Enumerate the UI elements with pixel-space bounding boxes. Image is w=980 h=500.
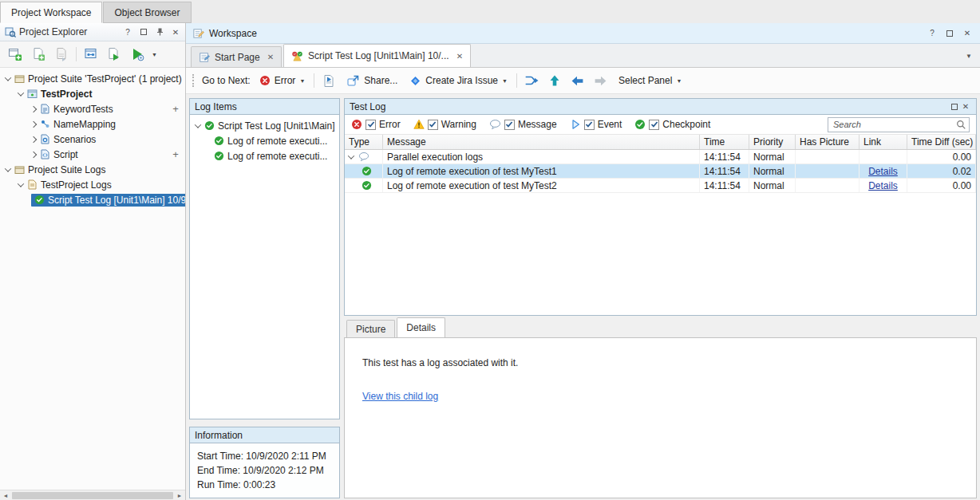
jump-to-source-button[interactable] [523, 72, 540, 89]
tree-item-scenarios[interactable]: Scenarios [0, 132, 185, 147]
type-cell [345, 179, 383, 192]
add-existing-item-button[interactable] [53, 45, 70, 63]
has-picture-cell [796, 150, 859, 163]
go-up-button[interactable] [546, 72, 563, 89]
tree-item-script[interactable]: Script + [0, 147, 185, 162]
main-area: Project Explorer ? ✕ [0, 23, 980, 500]
scroll-left-arrow[interactable]: ◄ [0, 493, 11, 498]
log-items-root[interactable]: Script Test Log [Unit1\Main] [190, 118, 339, 133]
log-items-child[interactable]: Log of remote executi... [190, 133, 339, 148]
column-header-type[interactable]: Type [345, 135, 383, 149]
log-toolbar: Go to Next: Error ▼ Share... Create Jira… [186, 68, 980, 94]
scroll-right-arrow[interactable]: ► [174, 493, 185, 498]
dropdown-caret: ▼ [676, 78, 682, 84]
start-page-icon [199, 52, 210, 63]
expander-icon[interactable] [195, 121, 201, 128]
close-button[interactable]: ✕ [960, 101, 971, 112]
table-row[interactable]: Log of remote execution of test MyTest2 … [345, 179, 976, 193]
test-log-header: Test Log ✕ [345, 99, 976, 115]
tab-start-page[interactable]: Start Page ✕ [191, 46, 282, 67]
filter-label: Error [379, 119, 401, 130]
column-header-message[interactable]: Message [383, 135, 700, 149]
tab-label: Picture [356, 324, 385, 335]
checkpoint-checkbox[interactable] [649, 120, 659, 130]
close-tab-icon[interactable]: ✕ [267, 53, 274, 61]
expander-icon[interactable] [5, 165, 11, 171]
column-header-time-diff[interactable]: Time Diff (sec) [907, 135, 976, 149]
add-keywordtest-button[interactable]: + [169, 103, 182, 115]
run-test-item-button[interactable] [105, 45, 123, 63]
column-header-priority[interactable]: Priority [749, 135, 796, 149]
expander-icon[interactable] [30, 151, 37, 157]
expander-icon[interactable] [18, 89, 24, 96]
add-project-suite-item-button[interactable] [6, 45, 24, 63]
close-button[interactable]: ✕ [961, 27, 974, 40]
table-row[interactable]: Parallel execution logs 14:11:54 Normal … [345, 150, 976, 164]
expander-icon[interactable] [30, 136, 37, 142]
time-diff-cell: 0.02 [907, 164, 976, 178]
column-header-time[interactable]: Time [700, 135, 749, 149]
go-to-next-error-button[interactable]: Error ▼ [256, 73, 309, 88]
expander-icon[interactable] [18, 180, 24, 187]
name-mapping-button[interactable] [82, 45, 100, 63]
add-new-item-button[interactable] [30, 45, 47, 63]
tree-item-project-suite-logs[interactable]: Project Suite Logs [0, 162, 185, 177]
test-log-icon [291, 50, 303, 62]
details-link[interactable]: Details [868, 180, 898, 191]
warning-checkbox[interactable] [428, 120, 438, 130]
time-cell: 14:11:54 [700, 164, 749, 178]
maximize-button[interactable] [137, 26, 150, 38]
tab-project-workspace[interactable]: Project Workspace [0, 2, 102, 23]
tree-item-script-test-log[interactable]: Script Test Log [Unit1\Main] 10/9 [0, 192, 185, 207]
select-panel-button[interactable]: Select Panel ▼ [615, 73, 685, 88]
share-icon [346, 74, 360, 88]
row-expander-icon[interactable] [348, 152, 354, 159]
add-script-button[interactable]: + [169, 148, 182, 160]
tab-details[interactable]: Details [397, 317, 445, 337]
close-button[interactable]: ✕ [169, 26, 182, 38]
go-forward-button[interactable] [592, 72, 610, 89]
toolbar-grip[interactable] [192, 74, 194, 87]
tab-list-caret[interactable]: ▼ [966, 53, 972, 60]
maximize-button[interactable] [949, 101, 960, 112]
pin-button[interactable] [153, 26, 166, 38]
column-header-has-picture[interactable]: Has Picture [796, 135, 859, 149]
run-options-caret[interactable]: ▼ [152, 52, 157, 57]
scrollbar-thumb[interactable] [12, 492, 173, 499]
go-back-button[interactable] [569, 72, 587, 89]
table-row-selected[interactable]: Log of remote execution of test MyTest1 … [345, 164, 976, 179]
create-jira-issue-button[interactable]: Create Jira Issue ▼ [406, 73, 511, 89]
tree-item-keywordtests[interactable]: KeywordTests + [0, 101, 185, 116]
help-button[interactable]: ? [926, 27, 939, 40]
error-checkbox[interactable] [366, 120, 376, 130]
tree-item-label: KeywordTests [53, 104, 113, 115]
export-log-button[interactable] [320, 72, 338, 89]
log-items-child[interactable]: Log of remote executi... [190, 148, 339, 163]
message-checkbox[interactable] [504, 120, 515, 130]
search-input[interactable] [828, 117, 970, 132]
run-project-button[interactable] [128, 45, 146, 63]
expander-icon[interactable] [30, 120, 37, 127]
expander-icon[interactable] [30, 105, 37, 112]
tab-object-browser[interactable]: Object Browser [103, 2, 191, 23]
table-header-row: Type Message Time Priority Has Picture L… [345, 135, 976, 150]
tree-item-testproject[interactable]: TestProject [0, 86, 185, 101]
share-button[interactable]: Share... [343, 73, 401, 89]
expander-icon[interactable] [5, 74, 11, 81]
column-header-link[interactable]: Link [859, 135, 907, 149]
event-checkbox[interactable] [584, 120, 595, 130]
help-button[interactable]: ? [121, 26, 134, 38]
details-link[interactable]: Details [868, 166, 898, 177]
tree-item-namemapping[interactable]: NameMapping [0, 116, 185, 132]
horizontal-scrollbar[interactable]: ◄ ► [0, 490, 185, 500]
maximize-button[interactable] [943, 27, 956, 40]
tree-item-project-suite[interactable]: Project Suite 'TestProject' (1 project) [0, 71, 185, 86]
maximize-icon [951, 104, 958, 110]
close-tab-icon[interactable]: ✕ [456, 52, 463, 61]
view-child-log-link[interactable]: View this child log [362, 391, 438, 402]
tab-script-test-log[interactable]: Script Test Log [Unit1\Main] 10/... ✕ [283, 44, 471, 67]
log-filter-bar: Error Warning Message [345, 115, 976, 135]
tree-item-testproject-logs[interactable]: TestProject Logs [0, 177, 185, 192]
type-cell [345, 164, 383, 178]
tab-picture[interactable]: Picture [346, 320, 395, 337]
